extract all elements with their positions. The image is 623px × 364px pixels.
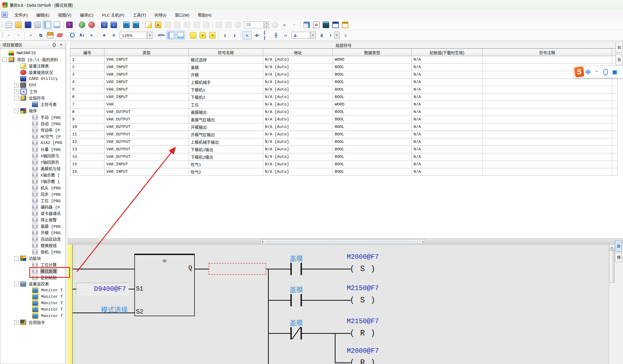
- cell-r5-c7[interactable]: [612, 86, 617, 93]
- cell-r9-c4[interactable]: BOOL: [333, 116, 412, 123]
- cell-r10-c2[interactable]: 开模输出: [189, 123, 263, 131]
- cell-r15-c5[interactable]: N/A: [412, 161, 482, 168]
- cell-r12-c0[interactable]: 12: [70, 138, 104, 146]
- tree-item-8[interactable]: 主符号表: [0, 101, 65, 108]
- cell-r15-c4[interactable]: BOOL: [333, 161, 412, 168]
- cell-r16-c3[interactable]: N/A [Auto]: [263, 168, 333, 176]
- tree-item-label[interactable]: 装置使用状况: [28, 69, 54, 75]
- cell-r4-c0[interactable]: 4: [70, 79, 104, 86]
- cell-r7-c2[interactable]: 工位: [189, 101, 263, 108]
- cell-r14-c2[interactable]: 下模机2输出: [189, 153, 263, 161]
- cell-r6-c3[interactable]: N/A [Auto]: [263, 93, 333, 101]
- bookmark-3-button[interactable]: ↷: [208, 31, 217, 40]
- cell-r1-c6[interactable]: [482, 56, 612, 64]
- find-button[interactable]: [68, 31, 77, 40]
- zoom-dropdown-icon[interactable]: ▼: [147, 32, 153, 39]
- window-layout-button[interactable]: [43, 21, 52, 29]
- rung3-reset-coil[interactable]: ( R ): [347, 328, 379, 338]
- cell-r16-c4[interactable]: BOOL: [333, 168, 412, 176]
- menu-item-2[interactable]: 视图(V): [54, 10, 76, 19]
- table-row[interactable]: 11VAR_OUTPUT开模气缸输出N/A [Auto]BOOLN/A: [70, 131, 617, 138]
- cell-r11-c4[interactable]: BOOL: [333, 131, 412, 138]
- tree-item-42[interactable]: +应用指令: [0, 319, 65, 326]
- cell-r8-c7[interactable]: [612, 108, 617, 116]
- tree-item-label[interactable]: X轴示教 [: [40, 172, 61, 178]
- cell-r13-c2[interactable]: 下模机1输出: [189, 146, 263, 153]
- tree-item-28[interactable]: ( )开模 [PRG: [0, 229, 65, 236]
- cell-r12-c1[interactable]: VAR_OUTPUT: [104, 138, 189, 146]
- pane-splitter[interactable]: ∧ ∧: [68, 238, 623, 244]
- table-row[interactable]: 8VAR_OUTPUT盖膜输出N/A [Auto]BOOLN/A: [70, 108, 617, 116]
- cell-r14-c7[interactable]: [612, 153, 617, 161]
- symbol-area-toggle-button[interactable]: [166, 31, 176, 40]
- tree-item-label[interactable]: 全局符号: [28, 95, 46, 101]
- cell-r15-c6[interactable]: [482, 161, 612, 168]
- contrast-view-button[interactable]: [312, 21, 321, 29]
- tree-item-40[interactable]: Monitor T: [0, 306, 65, 313]
- fb-dropdown-icon[interactable]: ▼: [310, 32, 316, 39]
- ladder-vertical-scrollbar[interactable]: ▲: [609, 244, 614, 364]
- tree-item-label[interactable]: 程序: [28, 108, 38, 114]
- step-disabled-button[interactable]: ↷: [290, 21, 299, 29]
- rung1-contact-label[interactable]: 盖膜: [276, 253, 316, 263]
- rung4-coil-address[interactable]: M2000@F7: [343, 347, 383, 355]
- cell-r7-c6[interactable]: [482, 101, 612, 108]
- network-insert-above-button[interactable]: ↥: [220, 31, 229, 40]
- cell-r12-c5[interactable]: N/A: [412, 138, 482, 146]
- column-header-4[interactable]: 数据类型: [333, 49, 412, 56]
- cell-r3-c4[interactable]: BOOL: [333, 71, 412, 79]
- cell-r13-c0[interactable]: 13: [70, 146, 104, 153]
- tree-item-label[interactable]: X轴回原与: [40, 153, 60, 159]
- operand-s2[interactable]: 模式选择: [94, 304, 134, 314]
- tree-item-11[interactable]: ( )自动 [PRG: [0, 120, 65, 127]
- erase-button[interactable]: [55, 31, 64, 40]
- compare-function-block[interactable]: = Q S1 S2: [134, 254, 195, 316]
- tree-item-37[interactable]: Monitor T: [0, 287, 65, 293]
- tree-item-label[interactable]: 应用指令: [28, 319, 46, 325]
- spin-down-icon[interactable]: ▼: [264, 25, 269, 28]
- cell-r10-c0[interactable]: 10: [70, 123, 104, 131]
- cell-r15-c7[interactable]: [612, 161, 617, 168]
- fb-type-combo[interactable]: &▼: [291, 32, 316, 39]
- undo-button[interactable]: ↶: [4, 31, 13, 40]
- output-window-button[interactable]: [52, 21, 61, 29]
- tree-item-22[interactable]: ( )同步 [PRG: [0, 191, 65, 197]
- ladder-side-tab-delta[interactable]: 台: [615, 240, 622, 252]
- cell-r4-c2[interactable]: 上模机械手: [189, 79, 263, 86]
- cell-r16-c6[interactable]: [482, 168, 612, 176]
- copy-button[interactable]: ⧉: [36, 31, 45, 40]
- ladder-side-tab-preview[interactable]: 预: [615, 253, 622, 262]
- spin-up-icon[interactable]: ▲: [264, 22, 269, 25]
- splitter-arrow-left-icon[interactable]: ∧: [261, 240, 264, 243]
- cell-r11-c0[interactable]: 11: [70, 131, 104, 138]
- ime-language-icon[interactable]: 中: [584, 68, 592, 76]
- tree-item-1[interactable]: -项目 [D:\1-我的资料: [0, 56, 65, 63]
- rung2-contact-label[interactable]: 盖膜: [276, 284, 316, 294]
- cell-r12-c3[interactable]: N/A [Auto]: [263, 138, 333, 146]
- cell-r3-c2[interactable]: 开模: [189, 71, 263, 79]
- table-row[interactable]: 15VAR_INPUT吹气1N/A [Auto]BOOLN/A: [70, 161, 617, 168]
- rung2-coil-address[interactable]: M2150@F7: [343, 284, 383, 292]
- tree-item-label[interactable]: NWCONFIG: [16, 51, 37, 56]
- cell-r10-c4[interactable]: BOOL: [333, 123, 412, 131]
- edit-mode-pen-button[interactable]: [144, 21, 153, 29]
- contact-tool-button[interactable]: ⊣⊢: [252, 31, 261, 40]
- table-row[interactable]: 13VAR_OUTPUT下模机1输出N/A [Auto]BOOLN/A: [70, 146, 617, 153]
- column-header-1[interactable]: 类型: [104, 49, 189, 56]
- cell-r16-c2[interactable]: 吹气2: [189, 168, 263, 176]
- cell-r1-c2[interactable]: 模式选择: [189, 56, 263, 64]
- zoom-in-button[interactable]: ⊕: [100, 31, 109, 40]
- tree-item-10[interactable]: ( )手动 [PRG: [0, 114, 65, 120]
- cell-r13-c6[interactable]: [482, 146, 612, 153]
- tree-item-label[interactable]: MC空气 [P: [40, 134, 61, 139]
- cell-r7-c0[interactable]: 7: [70, 101, 104, 108]
- cell-r8-c5[interactable]: N/A: [412, 108, 482, 116]
- cell-r1-c3[interactable]: N/A [Auto]: [263, 56, 333, 64]
- cell-r8-c4[interactable]: BOOL: [333, 108, 412, 116]
- tree-item-label[interactable]: CARD Utility: [28, 77, 59, 81]
- cell-r14-c3[interactable]: N/A [Auto]: [263, 153, 333, 161]
- cell-r5-c1[interactable]: VAR_INPUT: [104, 86, 189, 93]
- table-row[interactable]: 16VAR_INPUT吹气2N/A [Auto]BOOLN/A: [70, 168, 617, 176]
- cell-r9-c7[interactable]: [612, 116, 617, 123]
- tree-item-label[interactable]: 手动 [PRG: [40, 114, 61, 120]
